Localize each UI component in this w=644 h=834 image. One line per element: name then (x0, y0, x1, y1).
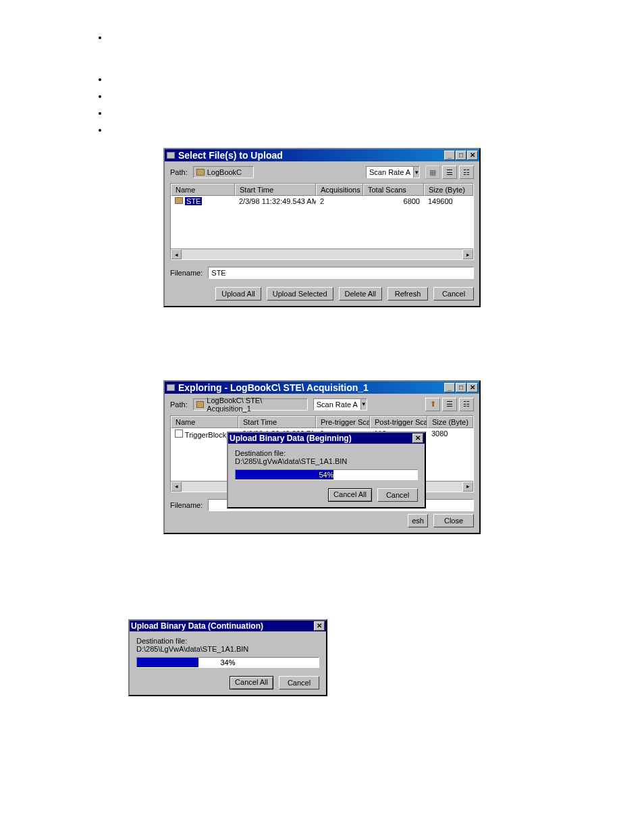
close-button[interactable]: ✕ (314, 621, 325, 631)
app-icon (166, 383, 176, 392)
path-text: LogBookC (207, 168, 242, 176)
destination-label: Destination file: (136, 637, 319, 645)
path-text: LogBookC\ STE\ Acquisition_1 (207, 396, 304, 413)
upload-selected-button[interactable]: Upload Selected (267, 287, 333, 301)
list-item: Select individual trigger blocks for upl… (108, 73, 576, 86)
col-start[interactable]: Start Time (235, 184, 316, 196)
up-folder-icon[interactable]: ⬆ (425, 398, 440, 411)
filename-input[interactable]: STE (208, 267, 474, 279)
close-button[interactable]: Close (433, 514, 474, 527)
minimize-button[interactable]: _ (444, 383, 455, 392)
cancel-button[interactable]: Cancel (279, 676, 319, 689)
filename-label: Filename: (170, 501, 203, 509)
row-size: 3080 (427, 428, 473, 440)
close-button[interactable]: ✕ (412, 434, 423, 443)
titlebar[interactable]: Exploring - LogBookC\ STE\ Acquisition_1… (165, 382, 479, 394)
upload-all-button[interactable]: Upload All (215, 287, 261, 301)
horizontal-scrollbar[interactable]: ◂ ▸ (171, 249, 473, 259)
body-paragraph: If the active acquisition is uploaded, i… (68, 572, 576, 610)
view-details-icon[interactable]: ☷ (459, 165, 474, 179)
view-list-icon[interactable]: ☰ (442, 398, 457, 411)
list-header: Name Start Time Pre-trigger Scans Post-t… (171, 416, 473, 428)
scroll-right-icon[interactable]: ▸ (462, 481, 473, 492)
cancel-button[interactable]: Cancel (377, 488, 418, 502)
refresh-button[interactable]: Refresh (387, 287, 428, 301)
destination-label: Destination file: (235, 449, 418, 457)
progress-percent: 54% (236, 470, 417, 479)
row-acq: 2 (316, 196, 363, 207)
upload-continuation-dialog: Upload Binary Data (Continuation) ✕ Dest… (128, 619, 327, 696)
path-display: LogBookC (193, 166, 254, 178)
dialog-title: Upload Binary Data (Beginning) (230, 434, 412, 443)
list-item: Delete unwanted trigger blocks from the … (108, 90, 576, 103)
view-icon-1[interactable]: ▦ (425, 165, 440, 179)
window-title: Select File(s) to Upload (178, 150, 444, 161)
maximize-button[interactable]: □ (456, 383, 466, 392)
toolbar: Path: LogBookC\ STE\ Acquisition_1 Scan … (165, 394, 479, 415)
body-paragraph: As each binary file is uploaded, a bar g… (68, 345, 576, 371)
col-scans[interactable]: Total Scans (363, 184, 424, 196)
progress-bar: 34% (136, 657, 319, 668)
col-size[interactable]: Size (Byte) (424, 184, 473, 196)
path-label: Path: (170, 400, 188, 409)
view-details-icon[interactable]: ☷ (459, 398, 474, 411)
row-size: 149600 (424, 196, 473, 207)
instruction-list: An active acquisition can be uploaded wi… (108, 31, 576, 136)
col-acq[interactable]: Acquisitions (316, 184, 363, 196)
filename-label: Filename: (170, 269, 203, 277)
list-header: Name Start Time Acquisitions Total Scans… (171, 184, 473, 196)
folder-icon (196, 169, 205, 176)
dialog-title: Upload Binary Data (Continuation) (131, 621, 314, 631)
file-list[interactable]: Name Start Time Acquisitions Total Scans… (170, 183, 474, 260)
app-icon (166, 151, 176, 160)
titlebar[interactable]: Select File(s) to Upload _ □ ✕ (165, 149, 479, 161)
minimize-button[interactable]: _ (444, 151, 455, 160)
cancel-button[interactable]: Cancel (433, 287, 474, 301)
figure-caption: Selecting Files to Upload, Folder Level (68, 315, 576, 325)
titlebar[interactable]: Upload Binary Data (Continuation) ✕ (130, 621, 326, 631)
figure-caption: Bar Graph, Continuation Mode (0, 704, 576, 714)
col-size[interactable]: Size (Byte) (427, 416, 473, 428)
close-button[interactable]: ✕ (467, 151, 478, 160)
path-label: Path: (170, 168, 188, 176)
select-files-window: Select File(s) to Upload _ □ ✕ Path: Log… (163, 148, 481, 307)
delete-all-button[interactable]: Delete All (339, 287, 382, 301)
list-item: Delete all the data files within the act… (108, 124, 576, 136)
col-start[interactable]: Start Time (238, 416, 316, 428)
view-list-icon[interactable]: ☰ (442, 165, 457, 179)
close-button[interactable]: ✕ (467, 383, 478, 392)
exploring-window: Exploring - LogBookC\ STE\ Acquisition_1… (163, 380, 481, 534)
row-name: STE (185, 197, 202, 205)
file-icon (175, 429, 183, 438)
scan-rate-select[interactable]: Scan Rate A ▼ (313, 398, 367, 411)
titlebar[interactable]: Upload Binary Data (Beginning) ✕ (228, 433, 425, 444)
scroll-left-icon[interactable]: ◂ (171, 249, 182, 259)
scroll-left-icon[interactable]: ◂ (171, 481, 182, 492)
col-name[interactable]: Name (171, 184, 235, 196)
folder-icon (196, 401, 205, 408)
chevron-down-icon: ▼ (360, 399, 367, 410)
table-row[interactable]: STE 2/3/98 11:32:49.543 AM 2 6800 149600 (171, 196, 473, 207)
window-title: Exploring - LogBookC\ STE\ Acquisition_1 (178, 382, 444, 393)
destination-path: D:\285\LgVwA\data\STE_1A1.BIN (136, 645, 319, 653)
col-post[interactable]: Post-trigger Scans (370, 416, 427, 428)
scroll-right-icon[interactable]: ▸ (462, 249, 473, 259)
upload-progress-dialog: Upload Binary Data (Beginning) ✕ Destina… (227, 432, 426, 509)
maximize-button[interactable]: □ (456, 151, 466, 160)
destination-path: D:\285\LgVwA\data\STE_1A1.BIN (235, 457, 418, 465)
progress-percent: 34% (137, 658, 319, 667)
refresh-button-partial[interactable]: esh (408, 514, 428, 527)
figure-caption: Uploading is shown via a Bar Graph (68, 542, 576, 552)
chevron-down-icon: ▼ (413, 167, 419, 178)
row-scans: 6800 (363, 196, 424, 207)
cancel-all-button[interactable]: Cancel All (328, 488, 372, 502)
path-display: LogBookC\ STE\ Acquisition_1 (193, 398, 308, 411)
col-name[interactable]: Name (171, 416, 238, 428)
scan-rate-select[interactable]: Scan Rate A ▼ (366, 166, 420, 178)
col-pre[interactable]: Pre-trigger Scans (316, 416, 370, 428)
list-item: An active acquisition can be uploaded wi… (108, 31, 576, 69)
row-start: 2/3/98 11:32:49.543 AM (235, 196, 316, 207)
cancel-all-button[interactable]: Cancel All (230, 676, 273, 689)
folder-icon (175, 197, 183, 204)
toolbar: Path: LogBookC Scan Rate A ▼ ▦ ☰ ☷ (165, 161, 479, 183)
